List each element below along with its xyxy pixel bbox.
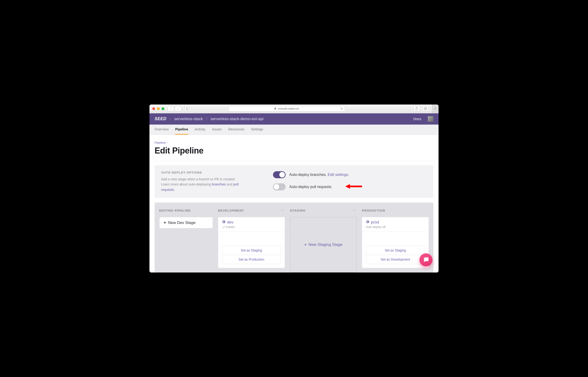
auto-deploy-prs-toggle[interactable] (273, 183, 286, 190)
auto-deploy-branches-toggle[interactable] (273, 171, 286, 178)
logo[interactable]: SEED (155, 117, 167, 121)
maximize-window-button[interactable] (162, 107, 164, 110)
production-column: PRODUCTION prod Auto-deploy off (362, 208, 429, 272)
set-as-staging-button[interactable]: Set as Staging (366, 246, 425, 255)
address-bar[interactable]: console.seed.run ↻ (228, 106, 345, 112)
edit-settings-link[interactable]: Edit settings (328, 173, 348, 177)
tab-issues[interactable]: Issues (212, 125, 222, 135)
editing-column-title: EDITING PIPELINE (159, 209, 191, 212)
back-button[interactable]: ‹ (168, 106, 174, 111)
prod-stage-name[interactable]: prod (366, 220, 425, 225)
tab-settings[interactable]: Settings (251, 125, 263, 135)
arrow-right-icon: → (280, 207, 285, 213)
sidebar-toggle-button[interactable] (184, 106, 191, 111)
branches-link[interactable]: branches (212, 182, 226, 186)
breadcrumb-org[interactable]: serverless-stack (174, 117, 203, 121)
arrow-annotation-icon (345, 183, 362, 190)
staging-column-title: STAGING (290, 209, 306, 212)
auto-deploy-panel: AUTO-DEPLOY OPTIONS Add a new stage when… (155, 165, 433, 198)
development-column-title: DEVELOPMENT (218, 209, 244, 212)
new-tab-button[interactable]: + (432, 105, 439, 113)
set-as-development-button[interactable]: Set as Development (366, 255, 425, 264)
tabs-button[interactable] (422, 106, 429, 111)
arrow-right-icon: → (351, 207, 357, 213)
window-controls (152, 107, 164, 110)
branch-icon: ⎇ (222, 226, 225, 229)
auto-deploy-title: AUTO-DEPLOY OPTIONS (161, 171, 245, 174)
tab-resources[interactable]: Resources (228, 125, 244, 135)
svg-marker-6 (345, 184, 350, 189)
dev-stage-card: dev ⎇ master Set as Staging Set as Produ… (218, 217, 285, 268)
browser-titlebar: ‹ › console.seed.run ↻ + (149, 105, 439, 113)
avatar[interactable] (428, 116, 433, 122)
gear-icon (222, 220, 226, 225)
share-button[interactable] (413, 106, 420, 111)
chevron-right-icon: › (170, 117, 171, 121)
tab-activity[interactable]: Activity (195, 125, 205, 135)
docs-link[interactable]: Docs (413, 117, 421, 121)
url-text: console.seed.run (278, 107, 299, 110)
app-header: SEED › serverless-stack / serverless-sta… (149, 113, 439, 125)
tab-pipeline[interactable]: Pipeline (175, 125, 188, 135)
auto-deploy-prs-label: Auto-deploy pull requests (289, 185, 331, 189)
pipeline-board: EDITING PIPELINE + New Dev Stage DEVELOP… (155, 202, 433, 272)
production-column-title: PRODUCTION (362, 209, 385, 212)
svg-rect-4 (425, 107, 427, 109)
editing-column: EDITING PIPELINE + New Dev Stage (159, 208, 213, 272)
set-as-production-button[interactable]: Set as Production (222, 255, 281, 264)
forward-button[interactable]: › (175, 106, 181, 111)
set-as-staging-button[interactable]: Set as Staging (222, 246, 281, 255)
dev-stage-actions: Set as Staging Set as Production (222, 246, 281, 264)
auto-deploy-description: Add a new stage when a branch or PR is c… (161, 177, 245, 192)
new-dev-stage-button[interactable]: + New Dev Stage (159, 217, 213, 228)
breadcrumb: Pipeline / (155, 141, 433, 144)
breadcrumb-project[interactable]: serverless-stack-demo-ext-api (211, 117, 264, 121)
breadcrumb-pipeline-link[interactable]: Pipeline (155, 141, 166, 144)
svg-rect-3 (424, 108, 426, 110)
auto-deploy-branches-label: Auto-deploy branches. Edit settings. (289, 173, 349, 177)
prod-stage-actions: Set as Staging Set as Development (366, 246, 425, 264)
svg-rect-0 (186, 107, 189, 110)
prod-stage-card: prod Auto-deploy off Set as Staging Set … (362, 217, 429, 268)
plus-icon: + (164, 220, 166, 225)
plus-icon: + (304, 242, 306, 247)
svg-rect-2 (274, 108, 276, 110)
page-title: Edit Pipeline (155, 146, 433, 156)
chat-button[interactable] (419, 253, 432, 266)
dev-stage-name[interactable]: dev (222, 220, 281, 225)
minimize-window-button[interactable] (157, 107, 160, 110)
tab-overview[interactable]: Overview (155, 125, 169, 135)
divider (155, 161, 433, 161)
gear-icon (366, 220, 369, 225)
dev-stage-branch: ⎇ master (222, 225, 281, 229)
development-column: DEVELOPMENT → dev ⎇ master (218, 208, 285, 272)
new-staging-stage-button[interactable]: + New Staging Stage (290, 217, 357, 272)
prod-stage-sub: Auto-deploy off (366, 225, 425, 229)
staging-column: STAGING → + New Staging Stage (290, 208, 357, 272)
lock-icon (274, 107, 276, 110)
close-window-button[interactable] (152, 107, 155, 110)
reload-icon[interactable]: ↻ (341, 107, 343, 110)
tab-nav: Overview Pipeline Activity Issues Resour… (149, 125, 439, 135)
